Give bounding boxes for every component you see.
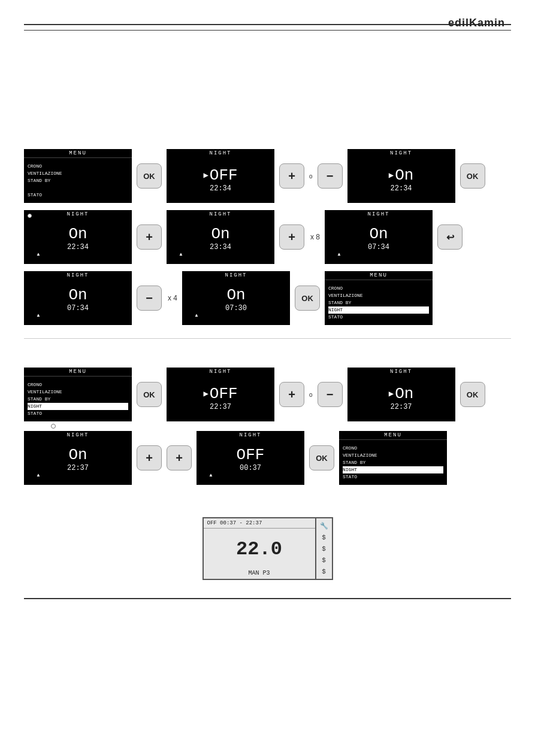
ok-button-5[interactable]: OK [460, 382, 485, 407]
final-icons-strip: 🔧 $ $ $ $ [316, 517, 333, 580]
plus-button-5a[interactable]: + [137, 445, 162, 470]
menu-screen-night-hl: MENU CRONO VENTILAZIONE STAND BY NIGHT S… [325, 271, 433, 325]
menu-item-standby-1: STAND BY [28, 177, 128, 184]
dot-2 [51, 424, 56, 429]
night-time-6: 07:30 [225, 304, 247, 312]
menu-title-2: MENU [24, 368, 132, 377]
multiplier-x4: x 4 [168, 294, 177, 302]
menu-body-2: CRONO VENTILAZIONE STAND BY NIGHT STATO [24, 377, 132, 421]
ok-button-2[interactable]: OK [460, 163, 485, 189]
menu-body-3: CRONO VENTILAZIONE STAND BY NIGHT STATO [339, 440, 447, 485]
menu-title-1: MENU [24, 149, 132, 158]
night-time-5: 07:34 [67, 304, 89, 312]
final-mode: MAN P3 [204, 570, 315, 579]
night-content-3: On 23:34 ▲ [167, 218, 274, 264]
night-on-time-1: 22:34 [391, 184, 412, 193]
night-value-9: On [68, 447, 87, 463]
menu-item-vent-1: VENTILAZIONE [28, 170, 128, 177]
on-arrow-1: ▶ [389, 171, 394, 180]
night-time-8: 22:37 [391, 403, 412, 411]
icon-dollar-2: $ [322, 545, 326, 552]
night-title-9: NIGHT [24, 431, 132, 439]
ok-button-3[interactable]: OK [295, 286, 320, 311]
ok-button-4[interactable]: OK [137, 382, 162, 407]
ok-button-6[interactable]: OK [309, 445, 334, 470]
row-1: MENU CRONO VENTILAZIONE STAND BY STATO O… [24, 149, 511, 203]
night-content-6: On 07:30 ▲ [182, 280, 290, 325]
menu-screen-1: MENU CRONO VENTILAZIONE STAND BY STATO [24, 149, 132, 203]
section-1: MENU CRONO VENTILAZIONE STAND BY STATO O… [0, 138, 535, 333]
menu-item-standby-2: STAND BY [28, 396, 128, 403]
night-value-5: On [68, 287, 87, 303]
menu-title-hl: MENU [325, 271, 433, 280]
night-title-6: NIGHT [182, 271, 290, 280]
final-status: OFF 00:37 - 22:37 [204, 518, 315, 529]
night-value-8: ▶On [389, 386, 414, 402]
menu-item-crono-hl: CRONO [328, 285, 429, 292]
night-time-4: 07:34 [368, 243, 389, 251]
night-title-4: NIGHT [325, 210, 433, 218]
menu-item-night-hl: NIGHT [328, 306, 429, 314]
minus-button-1[interactable]: − [318, 163, 343, 189]
top-rule2 [24, 30, 511, 31]
menu-item-stato-2: STATO [28, 410, 128, 417]
plus-button-2[interactable]: + [137, 224, 162, 250]
ok-button-1[interactable]: OK [137, 163, 162, 189]
night-value-2: On [68, 226, 87, 242]
top-rule [24, 24, 511, 25]
night-time-2: 22:34 [67, 243, 89, 251]
menu-item-vent-2: VENTILAZIONE [28, 388, 128, 396]
night-content-1: ▶OFF 22:34 [167, 157, 274, 203]
menu-screen-2: MENU CRONO VENTILAZIONE STAND BY NIGHT S… [24, 368, 132, 421]
row-4: MENU CRONO VENTILAZIONE STAND BY NIGHT S… [24, 368, 511, 421]
plus-button-1[interactable]: + [279, 163, 304, 189]
night-value-3: On [211, 226, 229, 242]
night-title-7: NIGHT [167, 368, 274, 376]
menu-item-stato-1: STATO [28, 192, 128, 199]
night-time-3: 23:34 [210, 243, 231, 251]
menu-item-blank-1 [28, 184, 128, 192]
menu-item-crono-2: CRONO [28, 381, 128, 388]
night-title-2: NIGHT [24, 210, 132, 218]
menu-item-crono-3: CRONO [343, 445, 443, 452]
night-value-7: ▶OFF [203, 386, 237, 402]
plus-button-3[interactable]: + [279, 224, 304, 250]
night-time-9: 22:37 [67, 464, 89, 472]
row-2: NIGHT On 22:34 ▲ + NIGHT On 23:34 ▲ + x … [24, 210, 511, 264]
night-on-2237-screen: NIGHT ▶On 22:37 [347, 368, 455, 421]
night-on-0734-screen: NIGHT On 07:34 ▲ [325, 210, 433, 264]
divider-1 [24, 338, 511, 339]
menu-screen-3: MENU CRONO VENTILAZIONE STAND BY NIGHT S… [339, 431, 447, 485]
menu-item-stato-hl: STATO [328, 314, 429, 321]
night-on-0734b-screen: NIGHT On 07:34 ▲ [24, 271, 132, 325]
minus-button-2[interactable]: − [137, 286, 162, 311]
row-3: NIGHT On 07:34 ▲ − x 4 NIGHT On 07:30 ▲ … [24, 271, 511, 325]
night-title-5: NIGHT [24, 271, 132, 280]
minus-button-3[interactable]: − [318, 382, 343, 407]
night-on-content-1: ▶On 22:34 [347, 157, 455, 203]
arrow-2: ▶ [203, 390, 208, 398]
plus-button-5b[interactable]: + [167, 445, 192, 470]
night-on-value-1: ▶On [389, 168, 414, 183]
night-content-2: On 22:34 ▲ [24, 218, 132, 264]
plus-button-4[interactable]: + [279, 382, 304, 407]
menu-item-standby-hl: STAND BY [328, 299, 429, 306]
brand-logo: edilKamin [448, 17, 505, 29]
night-content-7: ▶OFF 22:37 [167, 376, 274, 421]
night-time-7: 22:37 [210, 403, 231, 411]
night-value-6: On [226, 287, 245, 303]
dot-indicator-1 [28, 214, 32, 218]
night-title-1: NIGHT [167, 149, 274, 157]
icon-dollar-3: $ [322, 557, 326, 564]
final-display-main: OFF 00:37 - 22:37 22.0 MAN P3 [202, 517, 316, 580]
menu-item-night-2: NIGHT [28, 403, 128, 410]
menu-title-3: MENU [339, 431, 447, 440]
night-content-5: On 07:34 ▲ [24, 280, 132, 325]
section-2: MENU CRONO VENTILAZIONE STAND BY NIGHT S… [0, 357, 535, 493]
back-button-1[interactable]: ↩ [437, 224, 463, 250]
menu-body-1: CRONO VENTILAZIONE STAND BY STATO [24, 158, 132, 203]
night-on-2334-screen: NIGHT On 23:34 ▲ [167, 210, 274, 264]
menu-item-vent-hl: VENTILAZIONE [328, 292, 429, 299]
icon-wrench: 🔧 [320, 522, 328, 530]
icon-dollar-1: $ [322, 534, 326, 541]
